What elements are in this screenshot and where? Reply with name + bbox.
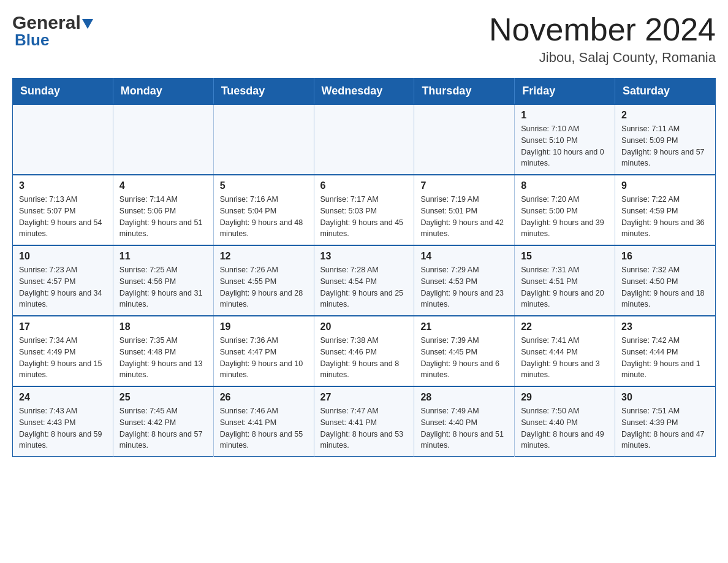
day-info: Sunrise: 7:36 AMSunset: 4:47 PMDaylight:… <box>220 335 308 381</box>
day-info: Sunrise: 7:38 AMSunset: 4:46 PMDaylight:… <box>320 335 408 381</box>
day-info: Sunrise: 7:31 AMSunset: 4:51 PMDaylight:… <box>521 264 609 310</box>
col-friday: Friday <box>515 79 615 105</box>
table-row <box>213 104 314 175</box>
day-info: Sunrise: 7:17 AMSunset: 5:03 PMDaylight:… <box>320 194 408 240</box>
day-number: 16 <box>621 251 709 262</box>
day-number: 29 <box>521 392 609 403</box>
day-number: 12 <box>220 251 308 262</box>
table-row: 6Sunrise: 7:17 AMSunset: 5:03 PMDaylight… <box>314 175 414 245</box>
day-info: Sunrise: 7:50 AMSunset: 4:40 PMDaylight:… <box>521 405 609 451</box>
table-row: 26Sunrise: 7:46 AMSunset: 4:41 PMDayligh… <box>213 386 314 457</box>
day-number: 25 <box>119 392 207 403</box>
day-number: 10 <box>19 251 107 262</box>
col-thursday: Thursday <box>414 79 515 105</box>
table-row: 14Sunrise: 7:29 AMSunset: 4:53 PMDayligh… <box>414 245 515 316</box>
table-row: 22Sunrise: 7:41 AMSunset: 4:44 PMDayligh… <box>515 316 615 386</box>
table-row: 7Sunrise: 7:19 AMSunset: 5:01 PMDaylight… <box>414 175 515 245</box>
table-row: 19Sunrise: 7:36 AMSunset: 4:47 PMDayligh… <box>213 316 314 386</box>
day-number: 18 <box>119 321 207 332</box>
table-row: 28Sunrise: 7:49 AMSunset: 4:40 PMDayligh… <box>414 386 515 457</box>
day-number: 6 <box>320 180 408 191</box>
col-monday: Monday <box>113 79 213 105</box>
day-info: Sunrise: 7:35 AMSunset: 4:48 PMDaylight:… <box>119 335 207 381</box>
table-row: 3Sunrise: 7:13 AMSunset: 5:07 PMDaylight… <box>13 175 113 245</box>
day-info: Sunrise: 7:28 AMSunset: 4:54 PMDaylight:… <box>320 264 408 310</box>
table-row: 4Sunrise: 7:14 AMSunset: 5:06 PMDaylight… <box>113 175 213 245</box>
day-info: Sunrise: 7:49 AMSunset: 4:40 PMDaylight:… <box>420 405 508 451</box>
day-info: Sunrise: 7:16 AMSunset: 5:04 PMDaylight:… <box>220 194 308 240</box>
calendar-header-row: Sunday Monday Tuesday Wednesday Thursday… <box>13 79 716 105</box>
day-info: Sunrise: 7:29 AMSunset: 4:53 PMDaylight:… <box>420 264 508 310</box>
day-info: Sunrise: 7:45 AMSunset: 4:42 PMDaylight:… <box>119 405 207 451</box>
day-info: Sunrise: 7:42 AMSunset: 4:44 PMDaylight:… <box>621 335 709 381</box>
day-number: 15 <box>521 251 609 262</box>
table-row: 30Sunrise: 7:51 AMSunset: 4:39 PMDayligh… <box>615 386 716 457</box>
day-info: Sunrise: 7:43 AMSunset: 4:43 PMDaylight:… <box>19 405 107 451</box>
day-info: Sunrise: 7:14 AMSunset: 5:06 PMDaylight:… <box>119 194 207 240</box>
table-row: 13Sunrise: 7:28 AMSunset: 4:54 PMDayligh… <box>314 245 414 316</box>
day-number: 3 <box>19 180 107 191</box>
calendar-table: Sunday Monday Tuesday Wednesday Thursday… <box>12 78 716 457</box>
day-number: 27 <box>320 392 408 403</box>
day-info: Sunrise: 7:34 AMSunset: 4:49 PMDaylight:… <box>19 335 107 381</box>
table-row: 15Sunrise: 7:31 AMSunset: 4:51 PMDayligh… <box>515 245 615 316</box>
day-number: 5 <box>220 180 308 191</box>
day-number: 20 <box>320 321 408 332</box>
month-title: November 2024 <box>489 12 716 47</box>
logo-blue-text: Blue <box>15 31 49 50</box>
day-number: 24 <box>19 392 107 403</box>
day-info: Sunrise: 7:10 AMSunset: 5:10 PMDaylight:… <box>521 123 609 169</box>
day-info: Sunrise: 7:22 AMSunset: 4:59 PMDaylight:… <box>621 194 709 240</box>
table-row: 27Sunrise: 7:47 AMSunset: 4:41 PMDayligh… <box>314 386 414 457</box>
calendar-row-3: 10Sunrise: 7:23 AMSunset: 4:57 PMDayligh… <box>13 245 716 316</box>
day-info: Sunrise: 7:25 AMSunset: 4:56 PMDaylight:… <box>119 264 207 310</box>
day-number: 1 <box>521 110 609 121</box>
table-row: 8Sunrise: 7:20 AMSunset: 5:00 PMDaylight… <box>515 175 615 245</box>
calendar-row-1: 1Sunrise: 7:10 AMSunset: 5:10 PMDaylight… <box>13 104 716 175</box>
col-wednesday: Wednesday <box>314 79 414 105</box>
table-row: 2Sunrise: 7:11 AMSunset: 5:09 PMDaylight… <box>615 104 716 175</box>
table-row: 1Sunrise: 7:10 AMSunset: 5:10 PMDaylight… <box>515 104 615 175</box>
table-row: 24Sunrise: 7:43 AMSunset: 4:43 PMDayligh… <box>13 386 113 457</box>
day-number: 2 <box>621 110 709 121</box>
day-info: Sunrise: 7:23 AMSunset: 4:57 PMDaylight:… <box>19 264 107 310</box>
col-tuesday: Tuesday <box>213 79 314 105</box>
table-row: 20Sunrise: 7:38 AMSunset: 4:46 PMDayligh… <box>314 316 414 386</box>
logo: General Blue <box>12 12 93 50</box>
day-info: Sunrise: 7:51 AMSunset: 4:39 PMDaylight:… <box>621 405 709 451</box>
day-number: 30 <box>621 392 709 403</box>
table-row: 25Sunrise: 7:45 AMSunset: 4:42 PMDayligh… <box>113 386 213 457</box>
page-header: General Blue November 2024 Jibou, Salaj … <box>12 12 716 66</box>
day-number: 14 <box>420 251 508 262</box>
day-info: Sunrise: 7:41 AMSunset: 4:44 PMDaylight:… <box>521 335 609 381</box>
day-number: 11 <box>119 251 207 262</box>
table-row: 29Sunrise: 7:50 AMSunset: 4:40 PMDayligh… <box>515 386 615 457</box>
table-row: 21Sunrise: 7:39 AMSunset: 4:45 PMDayligh… <box>414 316 515 386</box>
location: Jibou, Salaj County, Romania <box>489 50 716 66</box>
day-number: 28 <box>420 392 508 403</box>
table-row: 18Sunrise: 7:35 AMSunset: 4:48 PMDayligh… <box>113 316 213 386</box>
col-saturday: Saturday <box>615 79 716 105</box>
day-info: Sunrise: 7:11 AMSunset: 5:09 PMDaylight:… <box>621 123 709 169</box>
day-info: Sunrise: 7:46 AMSunset: 4:41 PMDaylight:… <box>220 405 308 451</box>
day-info: Sunrise: 7:13 AMSunset: 5:07 PMDaylight:… <box>19 194 107 240</box>
day-number: 21 <box>420 321 508 332</box>
table-row <box>414 104 515 175</box>
table-row: 12Sunrise: 7:26 AMSunset: 4:55 PMDayligh… <box>213 245 314 316</box>
day-number: 26 <box>220 392 308 403</box>
table-row: 16Sunrise: 7:32 AMSunset: 4:50 PMDayligh… <box>615 245 716 316</box>
title-area: November 2024 Jibou, Salaj County, Roman… <box>489 12 716 66</box>
calendar-row-4: 17Sunrise: 7:34 AMSunset: 4:49 PMDayligh… <box>13 316 716 386</box>
table-row <box>13 104 113 175</box>
table-row: 5Sunrise: 7:16 AMSunset: 5:04 PMDaylight… <box>213 175 314 245</box>
col-sunday: Sunday <box>13 79 113 105</box>
day-number: 22 <box>521 321 609 332</box>
logo-general-text: General <box>12 12 81 33</box>
table-row: 17Sunrise: 7:34 AMSunset: 4:49 PMDayligh… <box>13 316 113 386</box>
calendar-row-2: 3Sunrise: 7:13 AMSunset: 5:07 PMDaylight… <box>13 175 716 245</box>
table-row: 9Sunrise: 7:22 AMSunset: 4:59 PMDaylight… <box>615 175 716 245</box>
day-info: Sunrise: 7:26 AMSunset: 4:55 PMDaylight:… <box>220 264 308 310</box>
day-info: Sunrise: 7:19 AMSunset: 5:01 PMDaylight:… <box>420 194 508 240</box>
day-number: 9 <box>621 180 709 191</box>
day-number: 7 <box>420 180 508 191</box>
